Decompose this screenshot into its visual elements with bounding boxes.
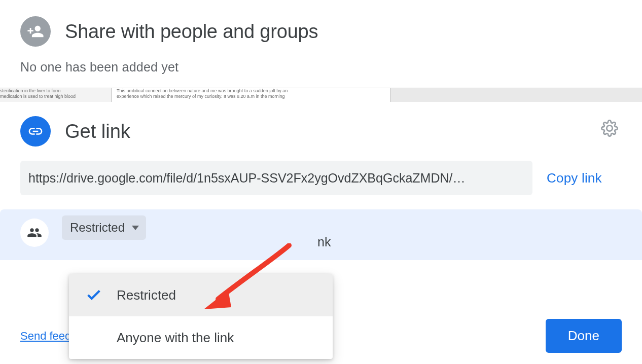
- share-subtitle: No one has been added yet: [20, 60, 622, 75]
- link-icon: [20, 116, 51, 147]
- person-add-icon: [20, 16, 51, 47]
- doc-bg-text: sterification in the liver to form: [0, 88, 111, 94]
- settings-button[interactable]: [598, 117, 621, 139]
- copy-link-button[interactable]: Copy link: [547, 170, 602, 186]
- link-access-bar: Restricted nk: [0, 209, 642, 260]
- share-link-url[interactable]: https://drive.google.com/file/d/1n5sxAUP…: [20, 161, 532, 195]
- get-link-header: Get link: [20, 116, 622, 147]
- share-title: Share with people and groups: [65, 21, 318, 43]
- menu-option-label: Anyone with the link: [117, 330, 234, 346]
- doc-bg-text: medication is used to treat high blood: [0, 94, 111, 99]
- done-button[interactable]: Done: [546, 319, 622, 353]
- link-access-menu: Restricted Anyone with the link: [69, 274, 333, 359]
- link-access-selected: Restricted: [70, 221, 125, 235]
- share-panel: Share with people and groups No one has …: [0, 0, 642, 88]
- doc-bg-text: experience which raised the mercury of m…: [117, 94, 390, 99]
- people-icon: [20, 219, 49, 247]
- truncated-hint-text: nk: [317, 235, 331, 249]
- menu-option-anyone[interactable]: Anyone with the link: [69, 316, 333, 359]
- menu-option-label: Restricted: [117, 287, 176, 303]
- doc-bg-text: This umbilical connection between nature…: [117, 88, 390, 94]
- share-header: Share with people and groups: [20, 16, 622, 47]
- get-link-title: Get link: [65, 121, 130, 142]
- check-icon: [84, 286, 103, 304]
- document-background-peek: sterification in the liver to form medic…: [0, 88, 642, 102]
- chevron-down-icon: [132, 226, 139, 230]
- gear-icon: [601, 120, 618, 137]
- get-link-panel: Get link https://drive.google.com/file/d…: [0, 102, 642, 260]
- link-access-dropdown[interactable]: Restricted: [62, 215, 146, 240]
- send-feedback-link[interactable]: Send feed: [20, 330, 71, 343]
- menu-option-restricted[interactable]: Restricted: [69, 274, 333, 316]
- check-icon: [84, 329, 103, 346]
- link-url-row: https://drive.google.com/file/d/1n5sxAUP…: [20, 161, 622, 195]
